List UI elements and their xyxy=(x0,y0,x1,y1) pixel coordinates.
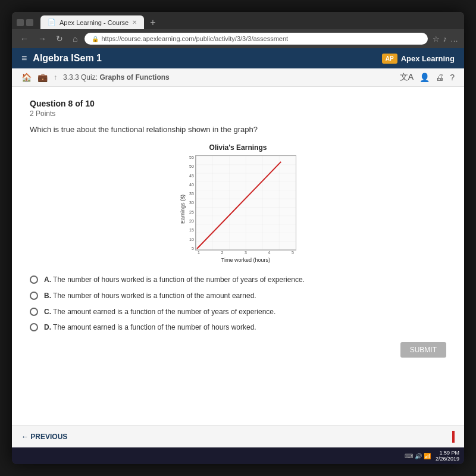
briefcase-icon[interactable]: 💼 xyxy=(37,73,48,82)
apex-logo: AP xyxy=(382,54,397,64)
previous-button[interactable]: ← PREVIOUS xyxy=(21,433,67,441)
user-icon[interactable]: 👤 xyxy=(419,73,430,82)
taskbar: ⌨ 🔊 📶 1:59 PM 2/26/2019 xyxy=(12,447,464,464)
active-tab[interactable]: 📄 Apex Learning - Course ✕ xyxy=(40,15,144,29)
svg-rect-0 xyxy=(196,156,296,250)
profile-icon[interactable]: ♪ xyxy=(443,35,447,43)
address-bar[interactable]: 🔒 https://course.apexlearning.com/public… xyxy=(84,33,427,45)
main-content: Question 8 of 10 2 Points Which is true … xyxy=(12,87,464,425)
graph-area: Earnings ($) 55 50 45 40 35 30 25 20 15 xyxy=(180,155,296,263)
x-axis-label: Time worked (hours) xyxy=(195,257,296,263)
back-button[interactable]: ← xyxy=(18,33,31,45)
forward-button[interactable]: → xyxy=(36,33,49,45)
tab-title: Apex Learning - Course xyxy=(60,19,129,26)
sub-header: 🏠 💼 ↑ 3.3.3 Quiz: Graphs of Functions 文A… xyxy=(12,68,464,87)
hamburger-menu-icon[interactable]: ≡ xyxy=(21,53,27,64)
answer-label-a: A. The number of hours worked is a funct… xyxy=(44,275,305,285)
taskbar-icons: ⌨ 🔊 📶 xyxy=(405,453,431,459)
answer-label-c: C. The amount earned is a function of th… xyxy=(44,307,275,317)
browser-forward-tab[interactable] xyxy=(26,19,33,26)
question-points: 2 Points xyxy=(30,109,446,118)
answer-choice-c[interactable]: C. The amount earned is a function of th… xyxy=(30,307,446,317)
breadcrumb: 3.3.3 Quiz: Graphs of Functions xyxy=(63,73,170,82)
bookmark-icon[interactable]: ☆ xyxy=(433,35,440,43)
translate-icon[interactable]: 文A xyxy=(400,72,414,83)
help-icon[interactable]: ? xyxy=(450,73,455,82)
breadcrumb-separator: ↑ xyxy=(54,73,57,82)
home-icon[interactable]: 🏠 xyxy=(21,73,32,82)
answer-label-b: B. The number of hours worked is a funct… xyxy=(44,291,256,301)
answer-choice-d[interactable]: D. The amount earned is a function of th… xyxy=(30,322,446,333)
y-tick-labels: 55 50 45 40 35 30 25 20 15 10 5 xyxy=(189,155,195,250)
question-number: Question 8 of 10 xyxy=(30,99,446,108)
print-icon[interactable]: 🖨 xyxy=(436,73,444,82)
home-button[interactable]: ⌂ xyxy=(70,33,80,45)
progress-indicator xyxy=(452,431,455,443)
tab-close-button[interactable]: ✕ xyxy=(132,19,137,26)
graph-wrapper: Olivia's Earnings Earnings ($) 55 50 45 … xyxy=(180,143,296,263)
answer-label-d: D. The amount earned is a function of th… xyxy=(44,322,256,333)
url-text: https://course.apexlearning.com/public/a… xyxy=(101,35,288,42)
breadcrumb-quiz-name: Graphs of Functions xyxy=(99,73,169,82)
answer-choice-b[interactable]: B. The number of hours worked is a funct… xyxy=(30,291,446,301)
graph-plot-area: 1 2 3 4 5 Time worked (hours) xyxy=(195,155,296,263)
radio-b[interactable] xyxy=(30,292,38,300)
menu-icon[interactable]: … xyxy=(450,35,458,43)
radio-a[interactable] xyxy=(30,275,38,284)
radio-c[interactable] xyxy=(30,308,38,316)
app-title: Algebra ISem 1 xyxy=(33,53,102,64)
bottom-bar: ← PREVIOUS xyxy=(12,425,464,447)
taskbar-clock: 1:59 PM 2/26/2019 xyxy=(436,450,459,462)
new-tab-button[interactable]: + xyxy=(146,17,159,28)
question-text: Which is true about the functional relat… xyxy=(30,125,446,134)
answer-choices: A. The number of hours worked is a funct… xyxy=(30,275,446,333)
browser-back-tab[interactable] xyxy=(17,19,24,26)
answer-choice-a[interactable]: A. The number of hours worked is a funct… xyxy=(30,275,446,285)
graph-container: Olivia's Earnings Earnings ($) 55 50 45 … xyxy=(30,143,446,263)
y-axis-label: Earnings ($) xyxy=(180,195,186,224)
app-header: ≡ Algebra ISem 1 AP Apex Learning xyxy=(12,48,464,68)
radio-d[interactable] xyxy=(30,323,38,331)
taskbar-system-icons: ⌨ 🔊 📶 xyxy=(405,453,431,459)
refresh-button[interactable]: ↻ xyxy=(54,33,65,45)
submit-button[interactable]: SUBMIT xyxy=(400,342,446,358)
question-header: Question 8 of 10 2 Points xyxy=(30,99,446,118)
apex-name: Apex Learning xyxy=(401,54,455,63)
tab-favicon: 📄 xyxy=(48,18,56,26)
graph-svg xyxy=(195,155,296,250)
graph-title: Olivia's Earnings xyxy=(180,143,296,152)
